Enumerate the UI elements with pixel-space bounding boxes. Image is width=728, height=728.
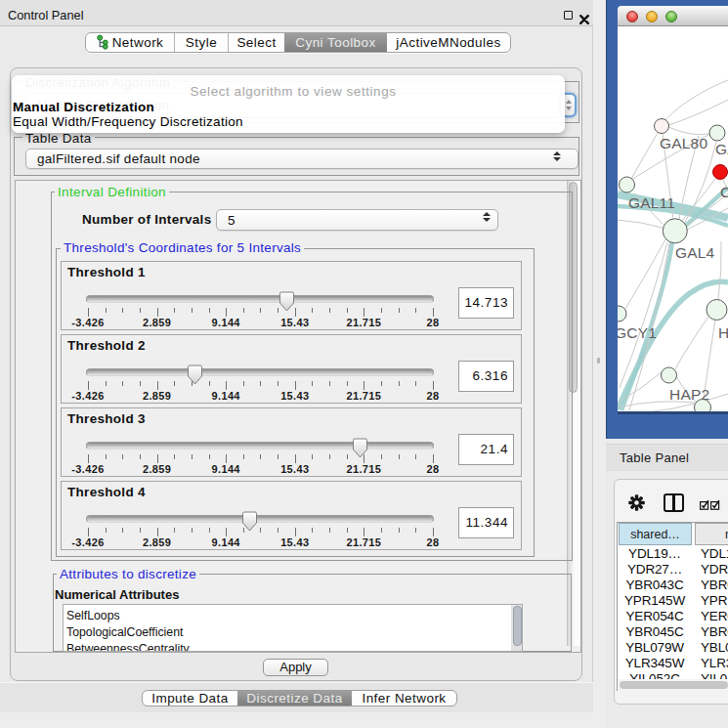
svg-text:GAL80: GAL80 [660, 135, 707, 151]
svg-text:GAL11: GAL11 [628, 194, 675, 211]
svg-text:GA: GA [715, 141, 728, 157]
svg-text:HAP2: HAP2 [669, 386, 709, 403]
svg-text:C: C [720, 184, 728, 200]
svg-text:H: H [718, 324, 728, 341]
svg-text:GAL4: GAL4 [675, 244, 715, 261]
svg-text:GCY1: GCY1 [618, 324, 657, 341]
